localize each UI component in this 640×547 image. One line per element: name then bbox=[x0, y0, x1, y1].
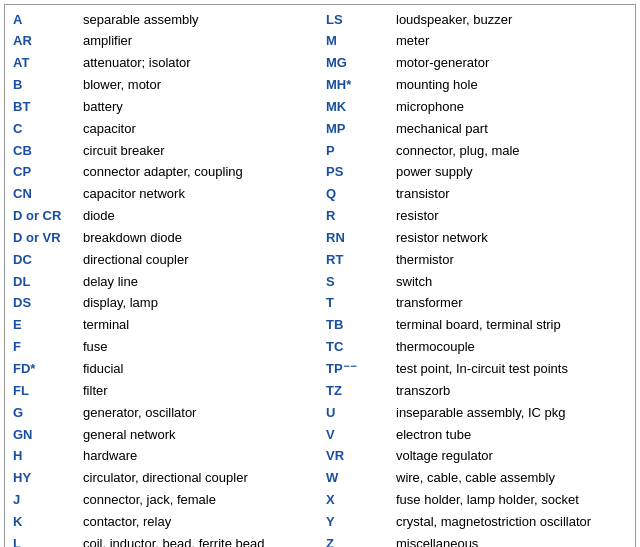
code-label: V bbox=[326, 426, 396, 445]
description-text: display, lamp bbox=[83, 294, 158, 313]
table-row: Ffuse bbox=[13, 337, 314, 359]
description-text: resistor network bbox=[396, 229, 488, 248]
description-text: separable assembly bbox=[83, 11, 199, 30]
description-text: circuit breaker bbox=[83, 142, 165, 161]
code-label: LS bbox=[326, 11, 396, 30]
table-row: BTbattery bbox=[13, 96, 314, 118]
table-row: Ycrystal, magnetostriction oscillator bbox=[326, 511, 627, 533]
code-label: M bbox=[326, 32, 396, 51]
description-text: resistor bbox=[396, 207, 439, 226]
code-label: P bbox=[326, 142, 396, 161]
description-text: fuse holder, lamp holder, socket bbox=[396, 491, 579, 510]
table-row: D or CRdiode bbox=[13, 206, 314, 228]
code-label: AT bbox=[13, 54, 83, 73]
table-row: D or VRbreakdown diode bbox=[13, 227, 314, 249]
table-row: MKmicrophone bbox=[326, 96, 627, 118]
description-text: hardware bbox=[83, 447, 137, 466]
code-label: F bbox=[13, 338, 83, 357]
table-row: CPconnector adapter, coupling bbox=[13, 162, 314, 184]
code-label: S bbox=[326, 273, 396, 292]
table-row: Pconnector, plug, male bbox=[326, 140, 627, 162]
code-label: MG bbox=[326, 54, 396, 73]
code-label: X bbox=[326, 491, 396, 510]
left-column: Aseparable assemblyARamplifierATattenuat… bbox=[7, 9, 320, 547]
code-label: W bbox=[326, 469, 396, 488]
table-row: MPmechanical part bbox=[326, 118, 627, 140]
table-row: Hhardware bbox=[13, 446, 314, 468]
code-label: CN bbox=[13, 185, 83, 204]
table-row: DSdisplay, lamp bbox=[13, 293, 314, 315]
code-label: U bbox=[326, 404, 396, 423]
table-row: Xfuse holder, lamp holder, socket bbox=[326, 490, 627, 512]
code-label: R bbox=[326, 207, 396, 226]
table-body: Aseparable assemblyARamplifierATattenuat… bbox=[7, 9, 633, 547]
description-text: switch bbox=[396, 273, 432, 292]
code-label: FD* bbox=[13, 360, 83, 379]
description-text: terminal board, terminal strip bbox=[396, 316, 561, 335]
description-text: attenuator; isolator bbox=[83, 54, 191, 73]
code-label: RN bbox=[326, 229, 396, 248]
code-label: G bbox=[13, 404, 83, 423]
code-label: MK bbox=[326, 98, 396, 117]
description-text: transistor bbox=[396, 185, 449, 204]
code-label: E bbox=[13, 316, 83, 335]
table-row: TBterminal board, terminal strip bbox=[326, 315, 627, 337]
table-row: DLdelay line bbox=[13, 271, 314, 293]
code-label: H bbox=[13, 447, 83, 466]
description-text: miscellaneous bbox=[396, 535, 478, 547]
table-row: RNresistor network bbox=[326, 227, 627, 249]
table-row: Bblower, motor bbox=[13, 75, 314, 97]
table-row: Jconnector, jack, female bbox=[13, 490, 314, 512]
code-label: C bbox=[13, 120, 83, 139]
table-row: TCthermocouple bbox=[326, 337, 627, 359]
description-text: capacitor network bbox=[83, 185, 185, 204]
code-label: B bbox=[13, 76, 83, 95]
description-text: blower, motor bbox=[83, 76, 161, 95]
description-text: thermistor bbox=[396, 251, 454, 270]
table-row: ARamplifier bbox=[13, 31, 314, 53]
description-text: motor-generator bbox=[396, 54, 489, 73]
description-text: connector adapter, coupling bbox=[83, 163, 243, 182]
code-label: J bbox=[13, 491, 83, 510]
description-text: coil, inductor, bead, ferrite bead bbox=[83, 535, 264, 547]
description-text: mounting hole bbox=[396, 76, 478, 95]
table-row: DCdirectional coupler bbox=[13, 249, 314, 271]
code-label: TC bbox=[326, 338, 396, 357]
right-column: LSloudspeaker, buzzerMmeterMGmotor-gener… bbox=[320, 9, 633, 547]
table-row: TZtranszorb bbox=[326, 380, 627, 402]
description-text: transformer bbox=[396, 294, 462, 313]
description-text: battery bbox=[83, 98, 123, 117]
description-text: capacitor bbox=[83, 120, 136, 139]
table-row: Aseparable assembly bbox=[13, 9, 314, 31]
table-row: CNcapacitor network bbox=[13, 184, 314, 206]
description-text: fiducial bbox=[83, 360, 123, 379]
code-label: D or CR bbox=[13, 207, 83, 226]
description-text: connector, jack, female bbox=[83, 491, 216, 510]
code-label: DS bbox=[13, 294, 83, 313]
description-text: voltage regulator bbox=[396, 447, 493, 466]
description-text: electron tube bbox=[396, 426, 471, 445]
description-text: meter bbox=[396, 32, 429, 51]
table-row: Qtransistor bbox=[326, 184, 627, 206]
description-text: test point, In-circuit test points bbox=[396, 360, 568, 379]
description-text: amplifier bbox=[83, 32, 132, 51]
description-text: filter bbox=[83, 382, 108, 401]
description-text: breakdown diode bbox=[83, 229, 182, 248]
code-label: A bbox=[13, 11, 83, 30]
description-text: diode bbox=[83, 207, 115, 226]
table-row: FD*fiducial bbox=[13, 359, 314, 381]
description-text: power supply bbox=[396, 163, 473, 182]
description-text: circulator, directional coupler bbox=[83, 469, 248, 488]
code-label: Z bbox=[326, 535, 396, 547]
table-row: FLfilter bbox=[13, 380, 314, 402]
code-label: K bbox=[13, 513, 83, 532]
table-row: Ccapacitor bbox=[13, 118, 314, 140]
description-text: loudspeaker, buzzer bbox=[396, 11, 512, 30]
table-row: Kcontactor, relay bbox=[13, 511, 314, 533]
reference-table: Aseparable assemblyARamplifierATattenuat… bbox=[4, 4, 636, 547]
description-text: general network bbox=[83, 426, 176, 445]
table-row: Sswitch bbox=[326, 271, 627, 293]
description-text: directional coupler bbox=[83, 251, 189, 270]
table-row: GNgeneral network bbox=[13, 424, 314, 446]
table-row: MGmotor-generator bbox=[326, 53, 627, 75]
